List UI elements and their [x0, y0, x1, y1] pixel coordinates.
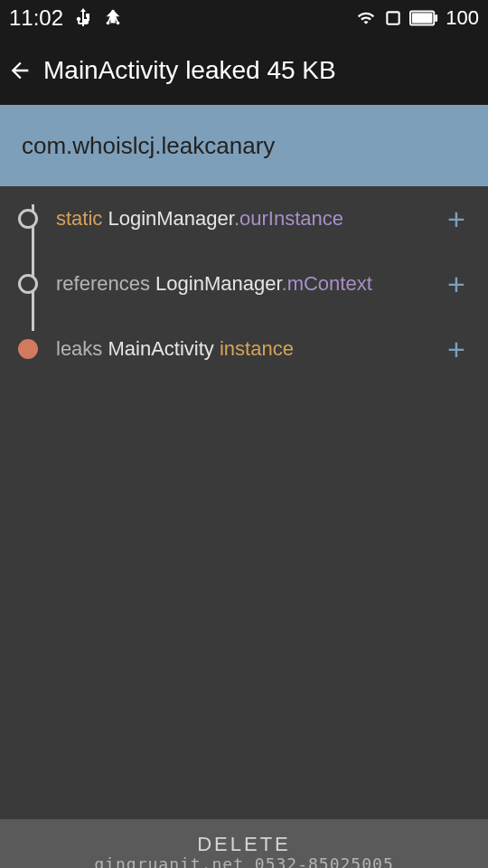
- wifi-icon: [355, 9, 377, 27]
- package-name-text: com.whoislcj.leakcanary: [22, 132, 275, 160]
- app-bar: MainActivity leaked 45 KB: [0, 36, 488, 105]
- delete-label: DELETE: [197, 833, 291, 856]
- sim-icon: [384, 9, 402, 27]
- trace-text: leaks MainActivity instance: [56, 337, 443, 361]
- status-bar: 11:02 100: [0, 0, 488, 36]
- usb-icon: [72, 7, 94, 29]
- svg-rect-3: [388, 12, 399, 24]
- expand-icon[interactable]: +: [443, 332, 470, 367]
- watermark-text: qingruanit.net 0532-85025005: [94, 854, 393, 869]
- status-time: 11:02: [9, 5, 63, 31]
- trace-node-icon: [18, 274, 38, 294]
- svg-rect-5: [412, 13, 433, 23]
- expand-icon[interactable]: +: [443, 267, 470, 302]
- expand-icon[interactable]: +: [443, 202, 470, 237]
- trace-leak-node-icon: [18, 339, 38, 359]
- trace-text: references LoginManager.mContext: [56, 272, 443, 296]
- trace-node-icon: [18, 209, 38, 229]
- back-button[interactable]: [7, 58, 33, 83]
- package-banner: com.whoislcj.leakcanary: [0, 105, 488, 186]
- page-title: MainActivity leaked 45 KB: [43, 56, 336, 85]
- leak-trace-row[interactable]: leaks MainActivity instance +: [0, 316, 488, 382]
- content-spacer: [0, 382, 488, 819]
- delete-bar[interactable]: DELETE qingruanit.net 0532-85025005: [0, 819, 488, 868]
- battery-percent: 100: [446, 6, 479, 30]
- trace-text: static LoginManager.ourInstance: [56, 207, 443, 231]
- leak-trace-row[interactable]: references LoginManager.mContext +: [0, 251, 488, 316]
- leak-trace-list: static LoginManager.ourInstance + refere…: [0, 186, 488, 382]
- svg-rect-6: [436, 14, 438, 22]
- share-icon: [103, 8, 123, 28]
- battery-icon: [409, 10, 438, 26]
- leak-trace-row[interactable]: static LoginManager.ourInstance +: [0, 186, 488, 251]
